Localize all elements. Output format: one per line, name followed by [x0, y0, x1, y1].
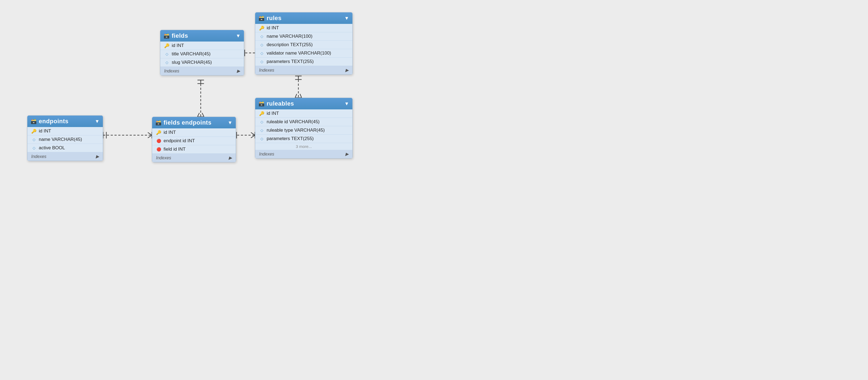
- table-row: ◇ validator name VARCHAR(100): [255, 49, 352, 58]
- indexes-label: Indexes: [164, 69, 179, 74]
- table-fields-endpoints-indexes[interactable]: Indexes ▶: [152, 154, 236, 162]
- table-icon: 🗃️: [258, 101, 265, 107]
- diamond-icon: ◇: [259, 34, 265, 38]
- table-ruleables-indexes[interactable]: Indexes ▶: [255, 150, 352, 158]
- table-row: ◇ parameters TEXT(255): [255, 135, 352, 143]
- table-row: ◇ title VARCHAR(45): [160, 50, 244, 58]
- field-text: id INT: [267, 111, 279, 116]
- indexes-label: Indexes: [31, 154, 46, 159]
- table-ruleables-body: 🔑 id INT ◇ ruleable id VARCHAR(45) ◇ rul…: [255, 109, 352, 158]
- table-ruleables-arrow[interactable]: ▼: [344, 101, 349, 107]
- table-endpoints-header[interactable]: 🗃️ endpoints ▼: [27, 116, 103, 127]
- table-rules: 🗃️ rules ▼ 🔑 id INT ◇ name VARCHAR(100) …: [255, 12, 352, 75]
- field-text: id INT: [39, 128, 51, 134]
- table-row: 🔑 id INT: [160, 41, 244, 50]
- key-icon: 🔑: [31, 129, 37, 134]
- table-fields-endpoints-title: fields endpoints: [163, 119, 225, 126]
- indexes-arrow-icon: ▶: [345, 67, 348, 73]
- diamond-icon: ◇: [259, 42, 265, 47]
- key-icon: 🔑: [164, 43, 169, 48]
- table-row: 🔑 id INT: [27, 127, 103, 136]
- field-text: name VARCHAR(45): [39, 137, 82, 142]
- table-row: ◇ name VARCHAR(100): [255, 32, 352, 41]
- field-text: field id INT: [163, 147, 186, 152]
- table-rules-title: rules: [267, 14, 342, 22]
- fk-icon: 🔴: [156, 147, 161, 151]
- table-row: ◇ description TEXT(255): [255, 41, 352, 49]
- table-row: ◇ slug VARCHAR(45): [160, 58, 244, 67]
- field-text: parameters TEXT(255): [267, 59, 314, 64]
- svg-line-20: [300, 94, 302, 98]
- table-ruleables-title: ruleables: [267, 100, 342, 107]
- table-endpoints-indexes[interactable]: Indexes ▶: [27, 152, 103, 161]
- indexes-arrow-icon: ▶: [345, 151, 348, 156]
- svg-line-29: [251, 135, 255, 138]
- table-endpoints-arrow[interactable]: ▼: [95, 119, 99, 124]
- table-row: 🔴 field id INT: [152, 145, 236, 154]
- diamond-icon: ◇: [259, 137, 265, 141]
- table-row: 🔑 id INT: [152, 128, 236, 137]
- field-text: ruleable type VARCHAR(45): [267, 127, 325, 133]
- table-ruleables-header[interactable]: 🗃️ ruleables ▼: [255, 98, 352, 109]
- field-text: description TEXT(255): [267, 42, 313, 48]
- connectors-layer: [0, 0, 868, 380]
- table-fields-endpoints: 🗃️ fields endpoints ▼ 🔑 id INT 🔴 endpoin…: [152, 117, 236, 162]
- key-icon: 🔑: [259, 111, 265, 116]
- table-ruleables: 🗃️ ruleables ▼ 🔑 id INT ◇ ruleable id VA…: [255, 98, 352, 158]
- table-fields-header[interactable]: 🗃️ fields ▼: [160, 30, 244, 41]
- table-row: 🔴 endpoint id INT: [152, 137, 236, 145]
- table-fields-endpoints-header[interactable]: 🗃️ fields endpoints ▼: [152, 117, 236, 128]
- table-icon: 🗃️: [163, 33, 169, 39]
- field-text: active BOOL: [39, 145, 65, 151]
- diamond-icon: ◇: [259, 59, 265, 64]
- table-row: ◇ name VARCHAR(45): [27, 136, 103, 144]
- table-row: ◇ ruleable type VARCHAR(45): [255, 126, 352, 135]
- diagram-canvas: 🗃️ fields ▼ 🔑 id INT ◇ title VARCHAR(45)…: [0, 0, 868, 380]
- field-text: parameters TEXT(255): [267, 136, 314, 141]
- indexes-arrow-icon: ▶: [96, 154, 99, 159]
- more-rows-text: 3 more...: [255, 143, 352, 150]
- indexes-label: Indexes: [259, 152, 274, 156]
- table-row: ◇ parameters TEXT(255): [255, 58, 352, 66]
- indexes-label: Indexes: [156, 155, 171, 160]
- table-row: 🔑 id INT: [255, 24, 352, 32]
- svg-line-13: [148, 135, 152, 138]
- field-text: validator name VARCHAR(100): [267, 51, 331, 56]
- field-text: slug VARCHAR(45): [172, 60, 212, 65]
- table-fields-indexes[interactable]: Indexes ▶: [160, 67, 244, 75]
- diamond-icon: ◇: [31, 137, 37, 142]
- diamond-icon: ◇: [259, 120, 265, 124]
- key-icon: 🔑: [156, 130, 161, 135]
- table-endpoints-body: 🔑 id INT ◇ name VARCHAR(45) ◇ active BOO…: [27, 127, 103, 161]
- indexes-label: Indexes: [259, 68, 274, 73]
- table-icon: 🗃️: [155, 120, 161, 126]
- field-text: id INT: [163, 130, 176, 135]
- table-fields-endpoints-arrow[interactable]: ▼: [227, 120, 232, 126]
- fk-icon: 🔴: [156, 139, 161, 143]
- field-text: title VARCHAR(45): [172, 51, 211, 57]
- table-fields-body: 🔑 id INT ◇ title VARCHAR(45) ◇ slug VARC…: [160, 41, 244, 75]
- table-fields-arrow[interactable]: ▼: [236, 33, 241, 39]
- key-icon: 🔑: [259, 26, 265, 31]
- table-row: ◇ active BOOL: [27, 144, 103, 152]
- table-row: ◇ ruleable id VARCHAR(45): [255, 118, 352, 126]
- table-rules-indexes[interactable]: Indexes ▶: [255, 66, 352, 75]
- field-text: name VARCHAR(100): [267, 34, 312, 39]
- svg-line-28: [251, 133, 255, 135]
- diamond-icon: ◇: [259, 51, 265, 55]
- table-endpoints: 🗃️ endpoints ▼ 🔑 id INT ◇ name VARCHAR(4…: [27, 115, 103, 161]
- svg-line-2: [197, 113, 199, 117]
- field-text: endpoint id INT: [163, 138, 195, 144]
- diamond-icon: ◇: [164, 52, 169, 56]
- table-rules-header[interactable]: 🗃️ rules ▼: [255, 12, 352, 24]
- table-row: 🔑 id INT: [255, 109, 352, 118]
- diamond-icon: ◇: [259, 128, 265, 133]
- indexes-arrow-icon: ▶: [229, 155, 232, 160]
- table-rules-arrow[interactable]: ▼: [344, 16, 349, 21]
- table-rules-body: 🔑 id INT ◇ name VARCHAR(100) ◇ descripti…: [255, 24, 352, 75]
- svg-line-12: [148, 133, 152, 135]
- field-text: id INT: [267, 25, 279, 31]
- diamond-icon: ◇: [164, 60, 169, 65]
- svg-line-3: [202, 113, 204, 117]
- svg-line-19: [295, 94, 297, 98]
